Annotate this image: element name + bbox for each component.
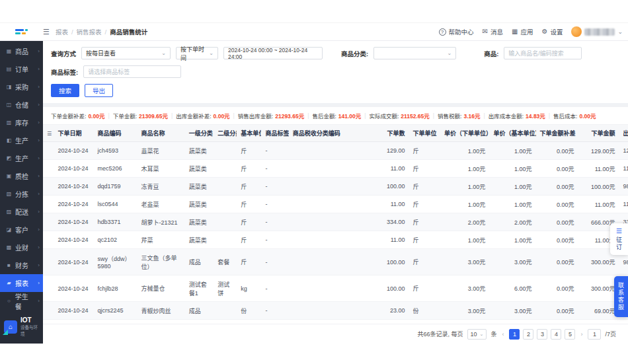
cell: 蔬菜类 — [185, 196, 214, 213]
sidebar-item-label: 采购 — [15, 82, 28, 92]
cell: qc2102 — [93, 231, 137, 249]
sidebar-item-student-meal[interactable]: ○学生餐› — [0, 292, 43, 310]
username-blurred — [584, 28, 615, 36]
row-leading-cell — [43, 231, 54, 249]
cell: 0.00元 — [536, 213, 578, 231]
export-button[interactable]: 导出 — [85, 84, 113, 97]
sidebar-item-label: 分拣 — [15, 189, 28, 199]
help-icon: ? — [439, 28, 446, 36]
page-button[interactable]: 2 — [523, 329, 533, 340]
table-row[interactable]: 2024-10-24dqd1759冻青豆蔬菜类斤-100.00斤1.00元1.0… — [43, 178, 628, 196]
summary-value: 21152.65元 — [401, 112, 429, 120]
page-button[interactable]: 1 — [509, 329, 520, 340]
breadcrumb-item[interactable]: 报表 — [56, 27, 68, 36]
tag-select[interactable]: 请选择商品标签 — [83, 65, 181, 78]
cell: 1.00元 — [489, 178, 535, 196]
table-row[interactable]: 2024-10-24hdb3371胡萝卜-21321蔬菜类斤-334.00斤2.… — [43, 213, 628, 231]
table-row[interactable]: 2024-10-24lsc0544老韭菜蔬菜类斤-11.00斤1.00元1.00… — [43, 196, 628, 213]
cell: 2024-10-24 — [54, 196, 94, 213]
help-center-button[interactable]: ? 帮助中心 — [439, 27, 474, 36]
cell: 2024-10-24 — [54, 142, 94, 160]
summary-value: 0.00元 — [579, 112, 596, 120]
product-search-input[interactable]: 输入商品名/编码搜索 — [504, 47, 582, 59]
next-page-button[interactable]: › — [579, 331, 584, 338]
page-button[interactable]: 5 — [565, 329, 575, 340]
user-menu[interactable]: ⌄ — [571, 26, 623, 37]
table-row[interactable]: 2024-10-24mec5206木耳菜蔬菜类斤-11.00斤1.00元1.00… — [43, 160, 628, 178]
chevron-right-icon: › — [38, 244, 40, 250]
sidebar-item-goods[interactable]: ▦商品› — [0, 42, 43, 60]
cell — [214, 160, 237, 178]
table-row[interactable]: 2024-10-24qc2102芹菜蔬菜类斤-11.00斤1.00元1.00元0… — [43, 231, 628, 249]
table-row[interactable]: 2024-10-24fchjlb28方械量仓测试套餐1测试饼kg-100.00斤… — [43, 275, 628, 302]
query-mode-select[interactable]: 按每日查看 ⌄ — [81, 47, 171, 59]
cell: 芹菜 — [137, 231, 185, 249]
cell: 蔬菜类 — [185, 213, 214, 231]
cell — [289, 196, 370, 213]
summary-label: 售后成本: — [553, 112, 577, 120]
sidebar-item-business-finance[interactable]: ▩业财› — [0, 238, 43, 256]
page-button[interactable]: 3 — [537, 329, 547, 340]
cell: 11.00 — [619, 160, 628, 178]
sidebar-item-inventory[interactable]: ▥库存› — [0, 114, 43, 131]
row-leading-cell — [43, 302, 54, 320]
sidebar-item-sorting[interactable]: ▧分拣› — [0, 185, 43, 203]
page-jump-input[interactable]: 1 — [588, 329, 601, 340]
search-button[interactable]: 搜索 — [51, 84, 79, 97]
cell: 斤 — [409, 178, 441, 196]
chevron-right-icon: › — [38, 66, 40, 72]
cell — [214, 178, 237, 196]
summary-item: 实际成交额:21152.65元 — [369, 112, 429, 120]
cell — [289, 302, 370, 320]
cell: 3.00元 — [440, 249, 489, 275]
sidebar-item-production[interactable]: ◧生产› — [0, 131, 43, 149]
cell — [289, 160, 370, 178]
cell: 98.00 — [619, 178, 628, 196]
time-type-select[interactable]: 按下单时间 ⌄ — [176, 47, 218, 59]
settings-button[interactable]: ⚙ 设置 — [541, 27, 563, 36]
cell: kg — [237, 275, 261, 302]
sidebar-item-purchase[interactable]: ◨采购› — [0, 78, 43, 96]
subscribe-widget[interactable]: ☰ 征订 — [610, 223, 628, 255]
apps-button[interactable]: ▦ 应用 — [512, 27, 533, 36]
breadcrumb-item[interactable]: 销售报表 — [77, 27, 102, 36]
cell: - — [261, 275, 288, 302]
summary-divider: | — [108, 112, 109, 119]
chevron-down-icon: ⌄ — [480, 332, 484, 337]
sidebar-item-finance[interactable]: ■财务› — [0, 256, 43, 274]
column-header: 下单金额 — [578, 125, 619, 142]
cell: 2024-10-24 — [54, 302, 94, 320]
summary-label: 出库成本金额: — [489, 112, 524, 120]
date-range-picker[interactable]: 2024-10-24 00:00 ~ 2024-10-24 24:00 — [223, 47, 323, 59]
cell: 0.00元 — [536, 142, 578, 160]
sidebar-item-customers[interactable]: ◪客户› — [0, 221, 43, 238]
table-row[interactable]: 2024-10-24qjcrs2245青椒炒肉丝成品份-23.00份3.00元3… — [43, 302, 628, 320]
prev-page-button[interactable]: ‹ — [500, 331, 505, 338]
sidebar-item-orders[interactable]: ▤订单› — [0, 60, 43, 78]
cell — [289, 249, 370, 275]
avatar — [571, 26, 582, 37]
sidebar-item-quality-check[interactable]: ▣质检› — [0, 167, 43, 185]
summary-value: 14.83元 — [526, 112, 545, 120]
cell: 份 — [237, 302, 261, 320]
column-header: 一级分类 — [185, 125, 214, 142]
sidebar-item-delivery[interactable]: ▨配送› — [0, 203, 43, 221]
sidebar-item-warehouse[interactable]: ◫仓储› — [0, 96, 43, 114]
sidebar-collapse-icon[interactable]: ☰ — [43, 28, 50, 36]
cell: 1.00元 — [440, 160, 489, 178]
sidebar-item-production-2[interactable]: ◩生产› — [0, 149, 43, 167]
table-row[interactable]: 2024-10-24swy（ddw）5980三文鱼（多单位）成品套餐斤-100.… — [43, 249, 628, 275]
column-settings-header[interactable]: ☰ — [43, 125, 54, 142]
table-row[interactable]: 2024-10-24jch4593韭菜花蔬菜类斤-129.00斤1.00元1.0… — [43, 142, 628, 160]
page-button[interactable]: 4 — [551, 329, 561, 340]
messages-button[interactable]: ✉ 消息 — [483, 27, 503, 36]
column-header: 下单金额补差 — [536, 125, 578, 142]
cell: - — [261, 231, 288, 249]
category-select[interactable]: ⌄ — [373, 47, 456, 59]
cell: 斤 — [409, 275, 441, 302]
product-placeholder: 输入商品名/编码搜索 — [508, 49, 564, 57]
column-settings-icon[interactable]: ☰ — [47, 131, 52, 137]
customer-service-button[interactable]: 联系客服 — [614, 276, 628, 317]
page-size-select[interactable]: 10 ⌄ — [467, 329, 487, 340]
sidebar-item-reports[interactable]: ▰报表› — [0, 274, 43, 292]
